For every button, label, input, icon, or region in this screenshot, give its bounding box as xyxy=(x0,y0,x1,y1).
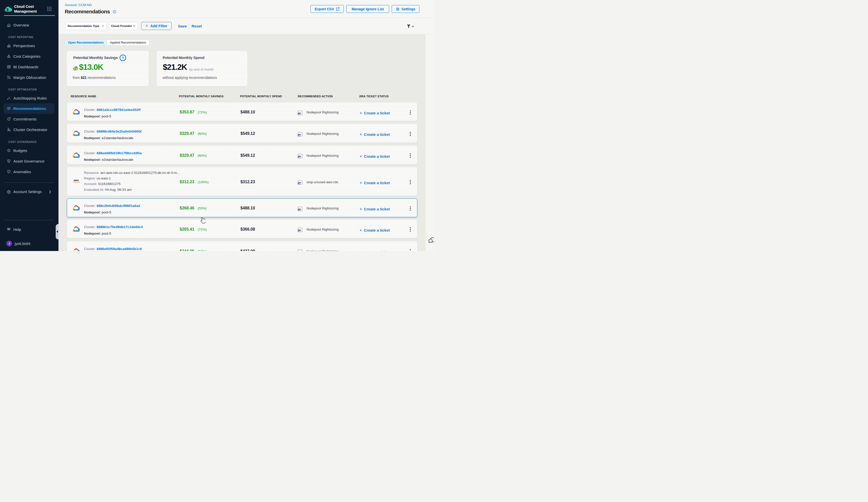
svg-text:aws: aws xyxy=(74,179,79,182)
svg-text:$: $ xyxy=(7,8,9,12)
svg-text:?: ? xyxy=(8,228,9,230)
svg-text:?: ? xyxy=(122,56,124,60)
